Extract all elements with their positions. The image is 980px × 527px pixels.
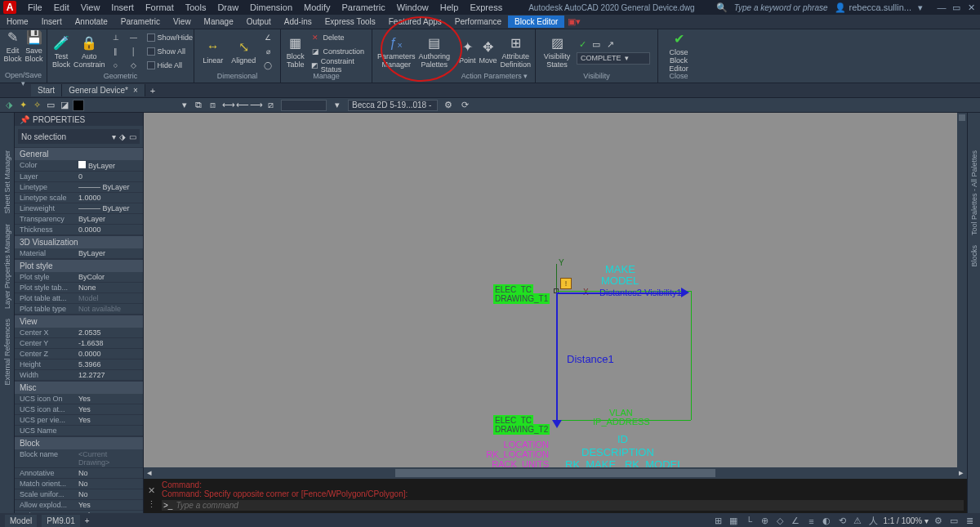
prop-plottable-type[interactable]: Plot table typeNot available [15,304,143,315]
close-button[interactable]: ✕ [965,2,977,12]
tab-featured[interactable]: Featured Apps [382,16,448,28]
tab-manage[interactable]: Manage [198,16,240,28]
doc-tab-current[interactable]: General Device*× [62,84,145,96]
authoring-palettes-button[interactable]: ▤ Authoring Palettes [419,31,451,72]
pin-icon[interactable]: 📌 [20,115,29,124]
layer-name-field[interactable] [348,100,438,111]
tab-performance[interactable]: Performance [448,16,508,28]
cmd-handle-icon[interactable]: ⋮ [147,499,156,510]
prop-material[interactable]: MaterialByLayer [15,248,143,259]
refresh-icon[interactable]: ⟳ [459,100,470,111]
prop-centerz[interactable]: Center Z0.0000 [15,349,143,360]
prop-thickness[interactable]: Thickness0.0000 [15,225,143,235]
menu-modify[interactable]: Modify [299,2,335,12]
transparency-icon[interactable]: ◐ [821,516,832,527]
constraint-btn-6[interactable]: ◇ [127,60,141,72]
gear-icon[interactable]: ⚙ [443,100,454,111]
tab-annotate[interactable]: Annotate [69,16,114,28]
menu-view[interactable]: View [76,2,105,12]
restore-button[interactable]: ▭ [951,2,962,12]
constraint-btn-3[interactable]: ○ [109,60,123,72]
layer-filter-icon[interactable]: ⧉ [193,100,204,111]
visibility-states-button[interactable]: ▨ Visibility States [541,31,573,72]
construction-button[interactable]: ◪Construction [308,46,367,58]
scroll-left-button[interactable]: ◂ [144,467,155,479]
vis-icon-1[interactable]: ✓ [577,39,588,51]
group-plot[interactable]: Plot style [15,259,143,272]
block-table-button[interactable]: ▦ Block Table [286,31,305,72]
scroll-right-button[interactable]: ▸ [956,467,967,479]
parameters-manager-button[interactable]: ƒₓ Parameters Manager [377,31,416,72]
prop-height[interactable]: Height5.3966 [15,360,143,370]
annoscale-icon[interactable]: 人 [867,516,879,527]
doc-tab-start[interactable]: Start [31,84,62,96]
vis-icon-2[interactable]: ▭ [590,39,602,51]
cycle-icon[interactable]: ⟲ [836,516,848,527]
dim-icon-2[interactable]: ⟵ [237,100,248,111]
tab-insert[interactable]: Insert [35,16,69,28]
menu-tools[interactable]: Tools [180,2,212,12]
dim-icon-1[interactable]: ⟷ [223,100,234,111]
tab-layer-props[interactable]: Layer Properties Manager [3,219,11,314]
attribute-definition-button[interactable]: ⊞ Attribute Definition [501,31,532,72]
menu-dimension[interactable]: Dimension [245,2,297,12]
osnap-icon[interactable]: ◇ [774,516,786,527]
tab-block-editor[interactable]: Block Editor [508,16,564,28]
tab-home[interactable]: Home [0,16,35,28]
panel-action-params[interactable]: Action Parameters ▾ [459,72,530,81]
prop-centery[interactable]: Center Y-1.6638 [15,338,143,349]
prop-ucs-at[interactable]: UCS icon at...Yes [15,404,143,415]
gear-status-icon[interactable]: ⚙ [933,516,944,527]
layer-color-field[interactable] [73,100,84,111]
dim-btn-2[interactable]: ⌀ [261,46,275,58]
prop-allow-explode[interactable]: Allow explod...Yes [15,500,143,511]
vscrollbar[interactable] [957,113,967,467]
hscrollbar[interactable]: ◂ ▸ [144,467,967,479]
test-block-button[interactable]: 🧪 Test Block [52,31,70,72]
tab-xrefs[interactable]: External References [3,314,11,391]
user-badge[interactable]: 👤 rebecca.sullin... [835,2,911,13]
prop-centerx[interactable]: Center X2.0535 [15,328,143,338]
group-block[interactable]: Block [15,436,143,449]
constraint-btn-2[interactable]: ∥ [109,46,123,58]
menu-insert[interactable]: Insert [106,2,139,12]
prop-plottable-att[interactable]: Plot table att...Model [15,293,143,304]
opensave-dropdown[interactable]: Open/Save ▾ [5,71,42,81]
constraint-btn-1[interactable]: ⊥ [109,32,123,44]
scroll-thumb[interactable] [395,469,715,477]
polar-icon[interactable]: ⊕ [759,516,770,527]
menu-help[interactable]: Help [435,2,464,12]
prop-lineweight[interactable]: Lineweight——— ByLayer [15,203,143,214]
layout-tab[interactable]: PM9.01 [42,515,79,527]
prop-linetype[interactable]: Linetype——— ByLayer [15,182,143,193]
prop-plotstyle[interactable]: Plot styleByColor [15,272,143,283]
layer-icon[interactable]: ▾ [179,100,190,111]
show-all-button[interactable]: Show All [145,46,196,58]
pick-icon[interactable]: ▭ [129,132,136,141]
ts-icon-2[interactable]: ✦ [17,100,29,111]
close-block-editor-button[interactable]: ✔ Close Block Editor [663,31,694,72]
prop-units[interactable]: UnitsInches [15,511,143,513]
save-block-button[interactable]: 💾 Save Block [24,31,45,60]
menu-file[interactable]: File [23,2,47,12]
drawing-canvas[interactable]: Y X ! ELEC_TC DRAWING_T1 ELEC_TC DRAWING… [144,113,967,467]
add-tab-button[interactable]: + [145,84,160,97]
search-icon[interactable]: 🔍 [716,2,728,13]
prop-transparency[interactable]: TransparencyByLayer [15,214,143,225]
minimize-button[interactable]: — [936,2,947,12]
point-button[interactable]: ✦ Point [459,31,476,72]
cmd-close-icon[interactable]: ✕ [148,485,155,496]
constraint-btn-5[interactable]: │ [127,46,141,58]
prop-ucs-perview[interactable]: UCS per vie...Yes [15,415,143,426]
command-input[interactable]: Type a command [176,501,238,510]
tab-view[interactable]: View [167,16,198,28]
tab-blocks[interactable]: Blocks [970,240,978,272]
add-layout-button[interactable]: + [85,516,90,525]
prop-block-name[interactable]: Block name<Current Drawing> [15,449,143,468]
dim-btn-1[interactable]: ∠ [261,32,275,44]
scroll-up-button[interactable] [959,114,965,121]
tab-output[interactable]: Output [240,16,278,28]
group-3dviz[interactable]: 3D Visualization [15,235,143,248]
move-button[interactable]: ✥ Move [479,31,497,72]
constraint-btn-4[interactable]: — [127,32,141,44]
